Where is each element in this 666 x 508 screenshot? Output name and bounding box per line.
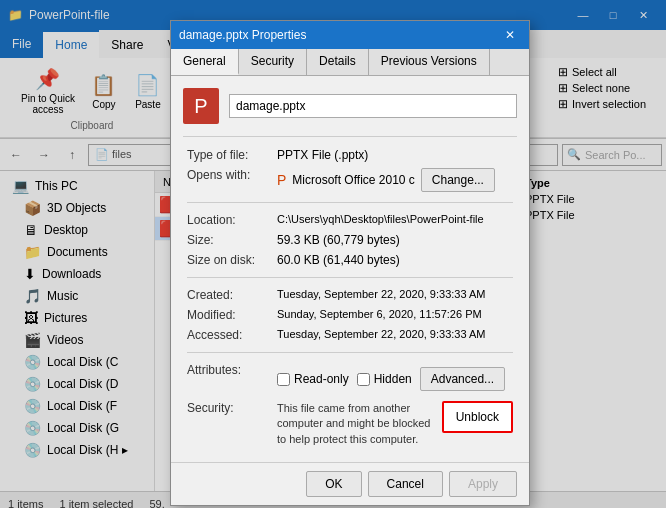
cancel-button[interactable]: Cancel <box>368 471 443 497</box>
tab-general[interactable]: General <box>171 49 239 75</box>
tab-security[interactable]: Security <box>239 49 307 75</box>
file-type-letter: P <box>194 95 207 118</box>
dialog-body: P Type of file: PPTX File (.pptx) Opens … <box>171 76 529 462</box>
prop-value-created: Tuesday, September 22, 2020, 9:33:33 AM <box>273 285 517 305</box>
prop-label-security: Security: <box>183 398 273 450</box>
tab-previous-versions[interactable]: Previous Versions <box>369 49 490 75</box>
prop-label-size: Size: <box>183 230 273 250</box>
prop-value-opens: P Microsoft Office 2010 c Change... <box>273 165 517 195</box>
unblock-button[interactable]: Unblock <box>442 401 513 433</box>
dialog-footer: OK Cancel Apply <box>171 462 529 505</box>
prop-label-opens: Opens with: <box>183 165 273 195</box>
prop-value-size: 59.3 KB (60,779 bytes) <box>273 230 517 250</box>
prop-row-attributes: Attributes: Read-only Hidden <box>183 360 517 398</box>
filename-input[interactable] <box>229 94 517 118</box>
prop-value-accessed: Tuesday, September 22, 2020, 9:33:33 AM <box>273 325 517 345</box>
advanced-button[interactable]: Advanced... <box>420 367 505 391</box>
prop-label-attributes: Attributes: <box>183 360 273 398</box>
prop-row-size-disk: Size on disk: 60.0 KB (61,440 bytes) <box>183 250 517 270</box>
explorer-window: 📁 PowerPoint-file — □ ✕ File Home Share … <box>0 0 666 508</box>
readonly-label: Read-only <box>294 372 349 386</box>
attributes-row: Read-only Hidden Advanced... <box>277 367 513 391</box>
security-section: This file came from another computer and… <box>277 401 513 447</box>
prop-value-security: This file came from another computer and… <box>273 398 517 450</box>
prop-label-accessed: Accessed: <box>183 325 273 345</box>
dialog-tabs: General Security Details Previous Versio… <box>171 49 529 76</box>
prop-value-size-disk: 60.0 KB (61,440 bytes) <box>273 250 517 270</box>
prop-row-modified: Modified: Sunday, September 6, 2020, 11:… <box>183 305 517 325</box>
hidden-checkbox[interactable] <box>357 373 370 386</box>
dialog-title: damage.pptx Properties ✕ <box>171 21 529 49</box>
prop-row-type: Type of file: PPTX File (.pptx) <box>183 145 517 165</box>
prop-row-opens: Opens with: P Microsoft Office 2010 c Ch… <box>183 165 517 195</box>
opens-with-value: Microsoft Office 2010 c <box>292 173 415 187</box>
properties-dialog: damage.pptx Properties ✕ General Securit… <box>170 20 530 506</box>
properties-table: Type of file: PPTX File (.pptx) Opens wi… <box>183 145 517 450</box>
prop-label-size-disk: Size on disk: <box>183 250 273 270</box>
prop-label-created: Created: <box>183 285 273 305</box>
hidden-label: Hidden <box>374 372 412 386</box>
prop-row-location: Location: C:\Users\yqh\Desktop\files\Pow… <box>183 210 517 230</box>
dialog-overlay: damage.pptx Properties ✕ General Securit… <box>0 0 666 508</box>
security-text: This file came from another computer and… <box>277 401 434 447</box>
prop-label-location: Location: <box>183 210 273 230</box>
readonly-checkbox[interactable] <box>277 373 290 386</box>
file-header: P <box>183 88 517 124</box>
divider-1 <box>183 136 517 137</box>
tab-details[interactable]: Details <box>307 49 369 75</box>
prop-row-created: Created: Tuesday, September 22, 2020, 9:… <box>183 285 517 305</box>
opens-with-icon: P <box>277 172 286 188</box>
prop-label-type: Type of file: <box>183 145 273 165</box>
prop-value-attributes: Read-only Hidden Advanced... <box>273 360 517 398</box>
ok-button[interactable]: OK <box>306 471 361 497</box>
dialog-title-text: damage.pptx Properties <box>179 28 306 42</box>
prop-value-modified: Sunday, September 6, 2020, 11:57:26 PM <box>273 305 517 325</box>
hidden-checkbox-label[interactable]: Hidden <box>357 372 412 386</box>
file-big-icon: P <box>183 88 219 124</box>
readonly-checkbox-label[interactable]: Read-only <box>277 372 349 386</box>
prop-row-accessed: Accessed: Tuesday, September 22, 2020, 9… <box>183 325 517 345</box>
prop-row-size: Size: 59.3 KB (60,779 bytes) <box>183 230 517 250</box>
dialog-close-button[interactable]: ✕ <box>499 24 521 46</box>
apply-button[interactable]: Apply <box>449 471 517 497</box>
prop-label-modified: Modified: <box>183 305 273 325</box>
prop-value-location: C:\Users\yqh\Desktop\files\PowerPoint-fi… <box>273 210 517 230</box>
prop-row-security: Security: This file came from another co… <box>183 398 517 450</box>
prop-value-type: PPTX File (.pptx) <box>273 145 517 165</box>
change-button[interactable]: Change... <box>421 168 495 192</box>
